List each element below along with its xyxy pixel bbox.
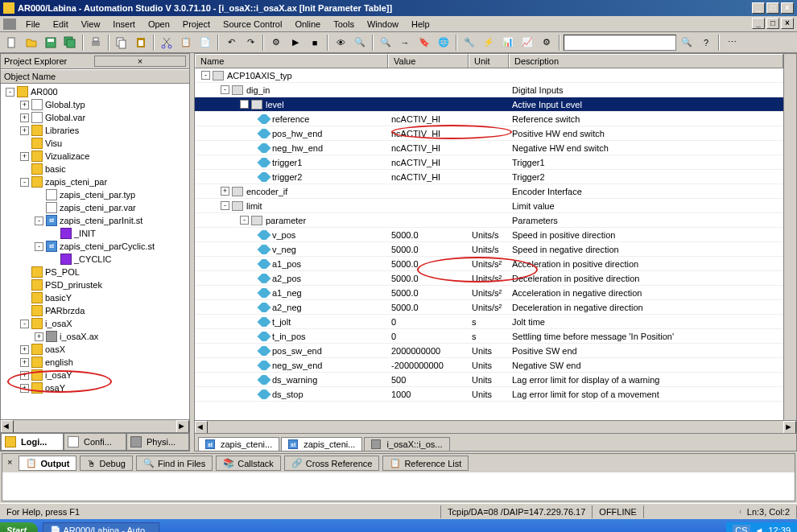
tree-item[interactable]: PS_POL <box>2 266 188 278</box>
expand-icon[interactable]: - <box>221 85 229 94</box>
expand-icon[interactable]: + <box>20 371 29 380</box>
tree-item[interactable]: basicY <box>2 291 188 304</box>
tab-zapis1[interactable]: stzapis_cteni... <box>198 437 279 451</box>
print-button[interactable] <box>87 34 105 52</box>
tray-lang[interactable]: CS <box>733 525 750 532</box>
copy2-button[interactable]: 📋 <box>177 34 195 52</box>
grid-row[interactable]: pos_sw_end2000000000UnitsPositive SW end <box>195 344 783 358</box>
menu-edit[interactable]: Edit <box>47 18 75 31</box>
expand-icon[interactable]: - <box>35 217 43 225</box>
tree-item[interactable]: +english <box>2 356 188 369</box>
mdi-close-button[interactable]: × <box>781 18 794 29</box>
redo-button[interactable]: ↷ <box>242 34 259 52</box>
search-combo[interactable] <box>564 35 676 51</box>
tree-item[interactable]: -stzapis_cteni_parInit.st <box>2 214 188 227</box>
tool3-button[interactable]: 📊 <box>499 34 517 52</box>
menu-online[interactable]: Online <box>288 18 327 31</box>
expand-icon[interactable]: + <box>20 113 29 122</box>
explorer-tab-physical[interactable]: Physi... <box>126 433 189 451</box>
menu-insert[interactable]: Insert <box>106 18 142 31</box>
output-close-icon[interactable]: × <box>4 456 15 471</box>
explorer-tree[interactable]: -AR000+Global.typ+Global.var+LibrariesVi… <box>1 84 189 419</box>
expand-icon[interactable]: + <box>20 358 29 367</box>
param-value[interactable]: 5000.0 <box>388 303 469 312</box>
param-value[interactable]: 5000.0 <box>388 288 469 298</box>
help-button[interactable]: ? <box>697 34 715 52</box>
tree-item[interactable]: PSD_prirustek <box>2 278 188 291</box>
explorer-tab-logical[interactable]: Logi... <box>1 433 64 451</box>
explorer-column-header[interactable]: Object Name <box>1 69 189 84</box>
tree-item[interactable]: -i_osaX <box>2 317 188 330</box>
tab-find[interactable]: 🔍 Find in Files <box>136 456 213 471</box>
expand-icon[interactable]: + <box>20 345 29 354</box>
tree-item[interactable]: Visu <box>2 137 188 150</box>
expand-icon[interactable]: + <box>20 101 29 109</box>
grid-row[interactable]: neg_sw_end-2000000000UnitsNegative SW en… <box>195 358 783 373</box>
tree-item[interactable]: -AR000 <box>2 85 188 98</box>
expand-icon[interactable]: + <box>20 384 29 393</box>
save-button[interactable] <box>42 34 60 52</box>
expand-icon[interactable]: + <box>20 126 29 135</box>
menu-project[interactable]: Project <box>176 18 217 31</box>
param-value[interactable]: ncACTIV_HI <box>388 143 469 153</box>
param-value[interactable]: ncACTIV_HI <box>388 158 469 167</box>
explorer-close-button[interactable]: × <box>94 56 186 67</box>
parameter-grid[interactable]: -ACP10AXIS_typ-dig_inDigital Inputs-leve… <box>195 68 783 420</box>
param-value[interactable]: -2000000000 <box>388 361 469 370</box>
param-value[interactable]: 0 <box>388 332 469 341</box>
grid-row[interactable]: ds_warning500UnitsLag error limit for di… <box>195 373 783 387</box>
expand-icon[interactable]: + <box>20 152 29 161</box>
param-value[interactable]: 5000.0 <box>388 259 469 269</box>
explorer-tab-config[interactable]: Confi... <box>64 433 126 451</box>
minimize-button[interactable]: _ <box>752 2 765 14</box>
grid-row[interactable]: -ACP10AXIS_typ <box>195 68 783 83</box>
param-value[interactable]: 0 <box>388 317 469 327</box>
expand-icon[interactable]: - <box>20 320 29 328</box>
menu-window[interactable]: Window <box>361 18 405 31</box>
taskbar-item[interactable]: 📄 AR000/Labina - Auto... <box>43 522 159 533</box>
watch-button[interactable]: 🔍 <box>351 34 369 52</box>
menu-tools[interactable]: Tools <box>327 18 361 31</box>
param-value[interactable]: ncACTIV_HI <box>388 114 469 124</box>
tab-output[interactable]: 📋 Output <box>19 456 76 471</box>
grid-row[interactable]: -parameterParameters <box>195 213 783 228</box>
tree-item[interactable]: +i_osaY <box>2 369 188 381</box>
tree-item[interactable]: _INIT <box>2 227 188 240</box>
start-button[interactable]: Start <box>0 522 38 532</box>
param-value[interactable]: 5000.0 <box>388 274 469 283</box>
find-button[interactable]: 🔍 <box>678 34 696 52</box>
param-value[interactable]: 5000.0 <box>388 230 469 240</box>
tab-crossref[interactable]: 🔗 Cross Reference <box>284 456 380 471</box>
expand-icon[interactable]: - <box>240 100 249 109</box>
tab-zapis2[interactable]: stzapis_cteni... <box>281 437 362 451</box>
menu-file[interactable]: File <box>19 18 47 31</box>
monitor-button[interactable]: 👁 <box>332 34 349 52</box>
tree-item[interactable]: +oasX <box>2 343 188 356</box>
expand-icon[interactable]: - <box>35 242 43 251</box>
build-button[interactable]: ⚙ <box>267 34 285 52</box>
menu-view[interactable]: View <box>75 18 107 31</box>
grid-row[interactable]: v_pos5000.0Units/sSpeed in positive dire… <box>195 228 783 242</box>
grid-row[interactable]: v_neg5000.0Units/sSpeed in negative dire… <box>195 242 783 257</box>
tab-iosax[interactable]: i_osaX::i_os... <box>364 437 449 451</box>
tree-item[interactable]: +Global.typ <box>2 98 188 111</box>
grid-vscroll[interactable] <box>783 54 796 420</box>
bookmark-button[interactable]: 🔖 <box>415 34 433 52</box>
tab-debug[interactable]: 🖱 Debug <box>80 456 132 471</box>
grid-row[interactable]: a1_pos5000.0Units/s²Acceleration in posi… <box>195 257 783 271</box>
paste-button[interactable] <box>132 34 150 52</box>
menu-source-control[interactable]: Source Control <box>217 18 288 31</box>
globe-button[interactable]: 🌐 <box>435 34 452 52</box>
tool1-button[interactable]: 🔧 <box>460 34 478 52</box>
menu-open[interactable]: Open <box>142 18 176 31</box>
tree-item[interactable]: _CYCLIC <box>2 253 188 266</box>
copy-button[interactable] <box>113 34 130 52</box>
undo-button[interactable]: ↶ <box>222 34 240 52</box>
tree-item[interactable]: PARbrzda <box>2 304 188 317</box>
transfer-button[interactable]: ▶ <box>287 34 304 52</box>
expand-icon[interactable]: + <box>35 332 43 341</box>
tray-icon[interactable]: ◄ <box>755 526 764 532</box>
grid-row[interactable]: neg_hw_endncACTIV_HINegative HW end swit… <box>195 141 783 155</box>
tree-item[interactable]: +i_osaX.ax <box>2 330 188 343</box>
tree-item[interactable]: basic <box>2 163 188 175</box>
